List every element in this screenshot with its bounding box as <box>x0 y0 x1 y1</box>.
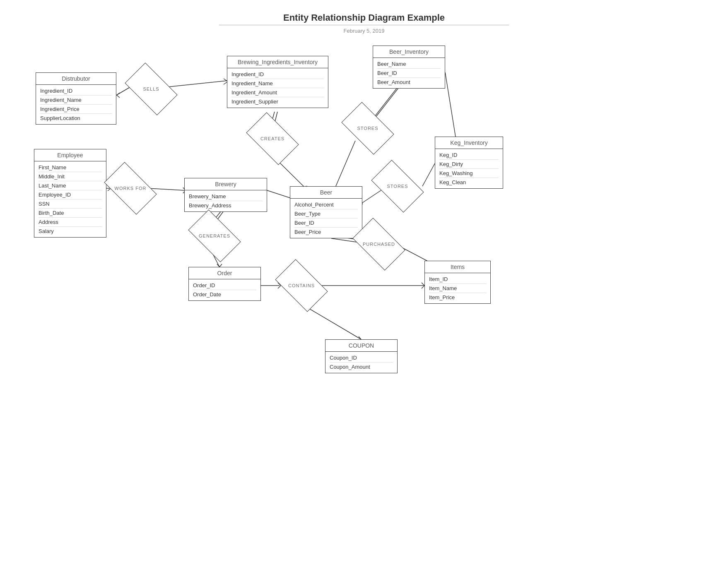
title-divider <box>219 25 509 25</box>
entity-distributor: Distrubutor Ingredient_ID Ingredient_Nam… <box>36 72 116 125</box>
entity-employee-header: Employee <box>34 149 106 161</box>
attr-beer-id: Beer_ID <box>294 219 358 228</box>
attr-ingredient-supplier: Ingredient_Supplier <box>231 97 324 106</box>
svg-line-15 <box>445 72 456 137</box>
svg-line-1 <box>168 81 227 87</box>
svg-line-12 <box>335 141 355 187</box>
attr-ingredient-price: Ingredient_Price <box>40 105 112 114</box>
attr-beer-price: Beer_Price <box>294 228 358 236</box>
entity-coupon-header: COUPON <box>325 340 397 352</box>
entity-keg-inventory: Keg_Inventory Keg_ID Keg_Dirty Keg_Washi… <box>435 137 503 189</box>
attr-brewery-name: Brewery_Name <box>189 192 263 201</box>
entity-employee-body: First_Name Middle_Init Last_Name Employe… <box>34 161 106 237</box>
entity-beer-body: Alcohol_Percent Beer_Type Beer_ID Beer_P… <box>290 199 362 238</box>
sells-label: SELLS <box>143 86 159 91</box>
attr-item-price: Item_Price <box>429 293 486 302</box>
entity-brewing-body: Ingredient_ID Ingredient_Name Ingredient… <box>227 68 328 108</box>
svg-line-37 <box>422 283 424 286</box>
attr-first-name: First_Name <box>39 163 102 172</box>
stores2-label: STORES <box>387 184 408 189</box>
generates-label: GENERATES <box>199 233 230 238</box>
entity-beer-inventory: Beer_Inventory Beer_Name Beer_ID Beer_Am… <box>373 46 445 89</box>
title-area: Entity Relationship Diagram Example Febr… <box>219 12 509 34</box>
relationship-creates: CREATES <box>248 122 297 155</box>
attr-item-id: Item_ID <box>429 275 486 284</box>
contains-label: CONTAINS <box>288 283 315 288</box>
erd-diagram: Entity Relationship Diagram Example Febr… <box>0 0 728 562</box>
attr-keg-clean: Keg_Clean <box>439 178 499 187</box>
page-title: Entity Relationship Diagram Example <box>219 12 509 23</box>
entity-beer: Beer Alcohol_Percent Beer_Type Beer_ID B… <box>290 186 362 238</box>
svg-line-47 <box>359 336 361 339</box>
attr-ssn: SSN <box>39 199 102 209</box>
svg-line-32 <box>219 264 222 267</box>
entity-beer-header: Beer <box>290 187 362 199</box>
entity-order: Order Order_ID Order_Date <box>188 267 261 301</box>
svg-line-16 <box>422 163 435 186</box>
entity-keg-body: Keg_ID Keg_Dirty Keg_Washing Keg_Clean <box>435 149 503 188</box>
relationship-stores1: STORES <box>343 112 393 145</box>
attr-employee-id: Employee_ID <box>39 190 102 199</box>
attr-ingredient-amount: Ingredient_Amount <box>231 88 324 97</box>
attr-address-emp: Address <box>39 218 102 227</box>
svg-line-4 <box>117 93 120 95</box>
entity-brewing-inventory: Brewing_Ingredients_Inventory Ingredient… <box>227 56 328 108</box>
entity-items: Items Item_ID Item_Name Item_Price <box>424 261 491 304</box>
attr-order-date: Order_Date <box>193 290 256 299</box>
attr-last-name: Last_Name <box>39 181 102 190</box>
entity-coupon-body: Coupon_ID Coupon_Amount <box>325 352 397 373</box>
entity-brewery: Brewery Brewery_Name Brewery_Address <box>184 178 267 212</box>
entity-keg-header: Keg_Inventory <box>435 137 503 149</box>
stores1-label: STORES <box>357 126 378 131</box>
attr-brewery-address: Brewery_Address <box>189 201 263 210</box>
attr-keg-washing: Keg_Washing <box>439 169 499 178</box>
entity-items-body: Item_ID Item_Name Item_Price <box>425 273 490 303</box>
relationship-stores2: STORES <box>373 170 422 203</box>
entity-brewery-header: Brewery <box>185 178 267 190</box>
svg-line-25 <box>267 190 290 198</box>
svg-line-5 <box>117 95 120 98</box>
entity-coupon: COUPON Coupon_ID Coupon_Amount <box>325 339 398 373</box>
entity-beer-inv-header: Beer_Inventory <box>373 46 445 58</box>
attr-ingredient-name-dist: Ingredient_Name <box>40 96 112 105</box>
entity-employee: Employee First_Name Middle_Init Last_Nam… <box>34 149 106 238</box>
entity-order-header: Order <box>189 267 260 279</box>
attr-ingredient-id-brew: Ingredient_ID <box>231 70 324 79</box>
attr-order-id: Order_ID <box>193 281 256 290</box>
entity-brewery-body: Brewery_Name Brewery_Address <box>185 190 267 211</box>
attr-middle-init: Middle_Init <box>39 172 102 181</box>
attr-alcohol-percent: Alcohol_Percent <box>294 200 358 209</box>
attr-ingredient-name-brew: Ingredient_Name <box>231 79 324 88</box>
attr-keg-id: Keg_ID <box>439 151 499 160</box>
attr-beer-type: Beer_Type <box>294 209 358 219</box>
attr-beer-amount: Beer_Amount <box>377 78 441 86</box>
relationship-purchased: PURCHASED <box>354 228 404 261</box>
relationship-sells: SELLS <box>126 72 176 106</box>
attr-salary: Salary <box>39 227 102 235</box>
attr-ingredient-id-dist: Ingredient_ID <box>40 86 112 96</box>
svg-line-31 <box>217 264 219 267</box>
attr-coupon-id: Coupon_ID <box>330 353 393 363</box>
svg-line-38 <box>422 286 424 288</box>
attr-birth-date: Birth_Date <box>39 209 102 218</box>
entity-items-header: Items <box>425 261 490 273</box>
attr-coupon-amount: Coupon_Amount <box>330 363 393 371</box>
entity-order-body: Order_ID Order_Date <box>189 279 260 300</box>
works-for-label: WORKS FOR <box>115 186 147 191</box>
relationship-contains: CONTAINS <box>277 269 326 302</box>
attr-beer-name-inv: Beer_Name <box>377 60 441 69</box>
creates-label: CREATES <box>260 136 284 141</box>
attr-beer-id-inv: Beer_ID <box>377 69 441 78</box>
entity-distributor-header: Distrubutor <box>36 73 116 85</box>
relationship-works-for: WORKS FOR <box>106 172 155 205</box>
purchased-label: PURCHASED <box>363 242 395 247</box>
entity-beer-inv-body: Beer_Name Beer_ID Beer_Amount <box>373 58 445 88</box>
attr-supplier-location: SupplierLocation <box>40 114 112 122</box>
date-label: February 5, 2019 <box>219 28 509 34</box>
relationship-generates: GENERATES <box>190 219 239 252</box>
entity-brewing-header: Brewing_Ingredients_Inventory <box>227 56 328 68</box>
entity-distributor-body: Ingredient_ID Ingredient_Name Ingredient… <box>36 85 116 124</box>
attr-item-name: Item_Name <box>429 284 486 293</box>
attr-keg-dirty: Keg_Dirty <box>439 160 499 169</box>
